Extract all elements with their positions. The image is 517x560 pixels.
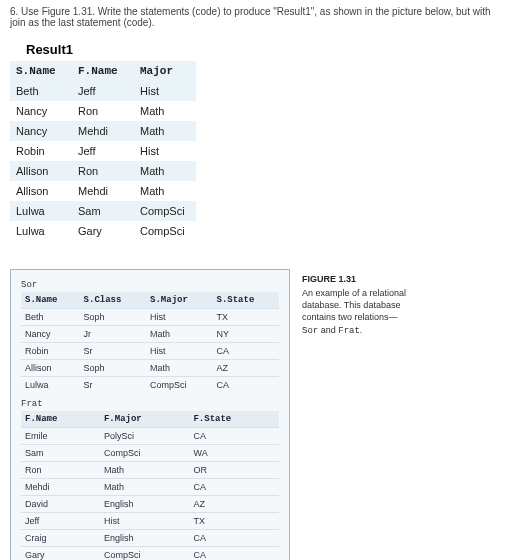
cell: CA xyxy=(189,479,279,496)
cell: Ron xyxy=(72,101,134,121)
cell: David xyxy=(21,496,100,513)
cell: CA xyxy=(213,343,279,360)
cell: Jeff xyxy=(72,81,134,101)
caption-text: and xyxy=(318,325,338,335)
figure-box: Sor S.Name S.Class S.Major S.State BethS… xyxy=(10,269,290,560)
table-row: EmilePolySciCA xyxy=(21,428,279,445)
cell: AZ xyxy=(213,360,279,377)
table-row: F.Name F.Major F.State xyxy=(21,411,279,428)
cell: Jeff xyxy=(21,513,100,530)
relation-name-sor: Sor xyxy=(21,280,279,290)
sor-table: S.Name S.Class S.Major S.State BethSophH… xyxy=(21,292,279,393)
caption-code: Frat xyxy=(338,326,360,336)
table-row: LulwaGaryCompSci xyxy=(10,221,196,241)
cell: AZ xyxy=(189,496,279,513)
cell: Math xyxy=(146,326,212,343)
cell: CA xyxy=(189,428,279,445)
table-row: RobinJeffHist xyxy=(10,141,196,161)
table-row: DavidEnglishAZ xyxy=(21,496,279,513)
cell: Robin xyxy=(10,141,72,161)
table-row: S.Name S.Class S.Major S.State xyxy=(21,292,279,309)
cell: Soph xyxy=(80,309,146,326)
table-row: NancyMehdiMath xyxy=(10,121,196,141)
cell: CA xyxy=(213,377,279,394)
table-row: JeffHistTX xyxy=(21,513,279,530)
cell: Math xyxy=(134,101,196,121)
cell: Math xyxy=(100,462,190,479)
cell: Nancy xyxy=(21,326,80,343)
cell: Math xyxy=(146,360,212,377)
cell: CompSci xyxy=(134,201,196,221)
cell: Nancy xyxy=(10,101,72,121)
cell: Jr xyxy=(80,326,146,343)
result1-title: Result1 xyxy=(26,42,507,57)
table-row: NancyJrMathNY xyxy=(21,326,279,343)
cell: CA xyxy=(189,530,279,547)
cell: Sam xyxy=(21,445,100,462)
col-header: F.Name xyxy=(72,61,134,81)
result1-table: S.Name F.Name Major BethJeffHist NancyRo… xyxy=(10,61,196,241)
table-row: GaryCompSciCA xyxy=(21,547,279,561)
table-row: MehdiMathCA xyxy=(21,479,279,496)
cell: Mehdi xyxy=(21,479,100,496)
caption-text: An example of a relational database. Thi… xyxy=(302,288,406,322)
col-header: F.Name xyxy=(21,411,100,428)
col-header: Major xyxy=(134,61,196,81)
cell: Mehdi xyxy=(72,121,134,141)
cell: Lulwa xyxy=(10,201,72,221)
cell: Emile xyxy=(21,428,100,445)
table-row: LulwaSrCompSciCA xyxy=(21,377,279,394)
cell: Gary xyxy=(72,221,134,241)
cell: Math xyxy=(134,121,196,141)
relation-name-frat: Frat xyxy=(21,399,279,409)
cell: Allison xyxy=(10,161,72,181)
cell: Gary xyxy=(21,547,100,561)
cell: CA xyxy=(189,547,279,561)
figure-caption-title: FIGURE 1.31 xyxy=(302,273,412,285)
cell: OR xyxy=(189,462,279,479)
cell: WA xyxy=(189,445,279,462)
cell: Math xyxy=(134,161,196,181)
cell: NY xyxy=(213,326,279,343)
cell: Hist xyxy=(146,309,212,326)
table-row: RobinSrHistCA xyxy=(21,343,279,360)
cell: Mehdi xyxy=(72,181,134,201)
cell: Sam xyxy=(72,201,134,221)
cell: Math xyxy=(134,181,196,201)
cell: Sr xyxy=(80,377,146,394)
cell: Craig xyxy=(21,530,100,547)
cell: Hist xyxy=(146,343,212,360)
col-header: S.Name xyxy=(10,61,72,81)
table-row: BethSophHistTX xyxy=(21,309,279,326)
col-header: S.Major xyxy=(146,292,212,309)
cell: Sr xyxy=(80,343,146,360)
cell: Beth xyxy=(10,81,72,101)
question-text: 6. Use Figure 1.31. Write the statements… xyxy=(10,6,507,28)
table-row: SamCompSciWA xyxy=(21,445,279,462)
cell: Nancy xyxy=(10,121,72,141)
table-row: AllisonSophMathAZ xyxy=(21,360,279,377)
cell: Allison xyxy=(21,360,80,377)
figure-row: Sor S.Name S.Class S.Major S.State BethS… xyxy=(10,269,507,560)
cell: Hist xyxy=(100,513,190,530)
cell: CompSci xyxy=(134,221,196,241)
cell: Hist xyxy=(134,81,196,101)
col-header: F.Major xyxy=(100,411,190,428)
cell: Beth xyxy=(21,309,80,326)
frat-table: F.Name F.Major F.State EmilePolySciCA Sa… xyxy=(21,411,279,560)
cell: Ron xyxy=(72,161,134,181)
col-header: S.State xyxy=(213,292,279,309)
cell: Math xyxy=(100,479,190,496)
cell: Soph xyxy=(80,360,146,377)
table-row: BethJeffHist xyxy=(10,81,196,101)
cell: Hist xyxy=(134,141,196,161)
table-row: AllisonMehdiMath xyxy=(10,181,196,201)
figure-caption-body: An example of a relational database. Thi… xyxy=(302,288,406,334)
cell: Lulwa xyxy=(21,377,80,394)
cell: Lulwa xyxy=(10,221,72,241)
caption-text: . xyxy=(360,325,363,335)
cell: Robin xyxy=(21,343,80,360)
cell: English xyxy=(100,530,190,547)
cell: Jeff xyxy=(72,141,134,161)
cell: CompSci xyxy=(100,547,190,561)
